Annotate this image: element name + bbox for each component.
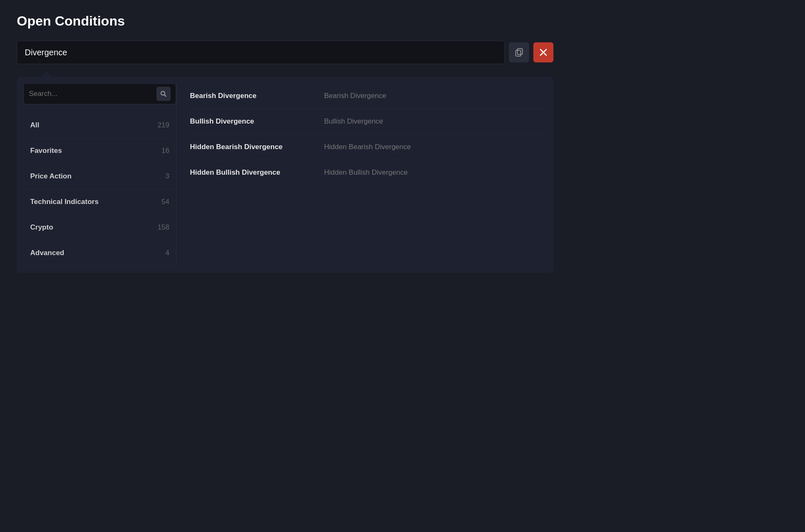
category-item[interactable]: Crypto158 bbox=[23, 215, 176, 240]
result-item[interactable]: Hidden Bearish DivergenceHidden Bearish … bbox=[187, 134, 547, 160]
condition-input[interactable] bbox=[17, 41, 505, 64]
category-item[interactable]: All219 bbox=[23, 113, 176, 138]
result-description: Hidden Bearish Divergence bbox=[324, 143, 411, 151]
category-label: Price Action bbox=[30, 172, 72, 181]
result-name: Hidden Bullish Divergence bbox=[190, 168, 324, 177]
left-panel: All219Favorites16Price Action3Technical … bbox=[23, 83, 177, 266]
result-description: Bearish Divergence bbox=[324, 92, 386, 100]
category-label: Crypto bbox=[30, 223, 53, 232]
categories-list: All219Favorites16Price Action3Technical … bbox=[23, 113, 176, 266]
result-name: Bullish Divergence bbox=[190, 117, 324, 126]
category-item[interactable]: Favorites16 bbox=[23, 138, 176, 164]
category-count: 4 bbox=[166, 249, 169, 257]
result-item[interactable]: Bearish DivergenceBearish Divergence bbox=[187, 83, 547, 109]
right-panel: Bearish DivergenceBearish DivergenceBull… bbox=[177, 83, 547, 266]
search-row bbox=[23, 83, 176, 104]
category-item[interactable]: Advanced4 bbox=[23, 240, 176, 266]
category-count: 3 bbox=[166, 172, 169, 181]
category-label: Favorites bbox=[30, 147, 62, 155]
category-count: 158 bbox=[158, 223, 169, 232]
search-button[interactable] bbox=[156, 87, 171, 101]
category-label: All bbox=[30, 121, 39, 129]
category-count: 16 bbox=[161, 147, 169, 155]
category-item[interactable]: Price Action3 bbox=[23, 164, 176, 189]
tooltip-arrow bbox=[42, 71, 52, 77]
category-count: 219 bbox=[158, 121, 169, 129]
category-count: 54 bbox=[161, 198, 169, 206]
dropdown-panel: All219Favorites16Price Action3Technical … bbox=[17, 77, 553, 273]
svg-line-5 bbox=[164, 95, 166, 96]
svg-rect-1 bbox=[516, 50, 521, 56]
result-name: Bearish Divergence bbox=[190, 92, 324, 100]
results-list: Bearish DivergenceBearish DivergenceBull… bbox=[187, 83, 547, 186]
category-item[interactable]: Technical Indicators54 bbox=[23, 189, 176, 215]
copy-button[interactable] bbox=[509, 42, 529, 62]
search-input[interactable] bbox=[29, 90, 156, 98]
result-item[interactable]: Bullish DivergenceBullish Divergence bbox=[187, 109, 547, 134]
svg-rect-0 bbox=[517, 49, 522, 54]
result-description: Hidden Bullish Divergence bbox=[324, 168, 408, 177]
result-item[interactable]: Hidden Bullish DivergenceHidden Bullish … bbox=[187, 160, 547, 186]
category-label: Advanced bbox=[30, 249, 64, 257]
page-title: Open Conditions bbox=[17, 13, 553, 29]
result-description: Bullish Divergence bbox=[324, 117, 383, 126]
category-label: Technical Indicators bbox=[30, 198, 99, 206]
close-button[interactable] bbox=[533, 42, 553, 62]
result-name: Hidden Bearish Divergence bbox=[190, 143, 324, 151]
